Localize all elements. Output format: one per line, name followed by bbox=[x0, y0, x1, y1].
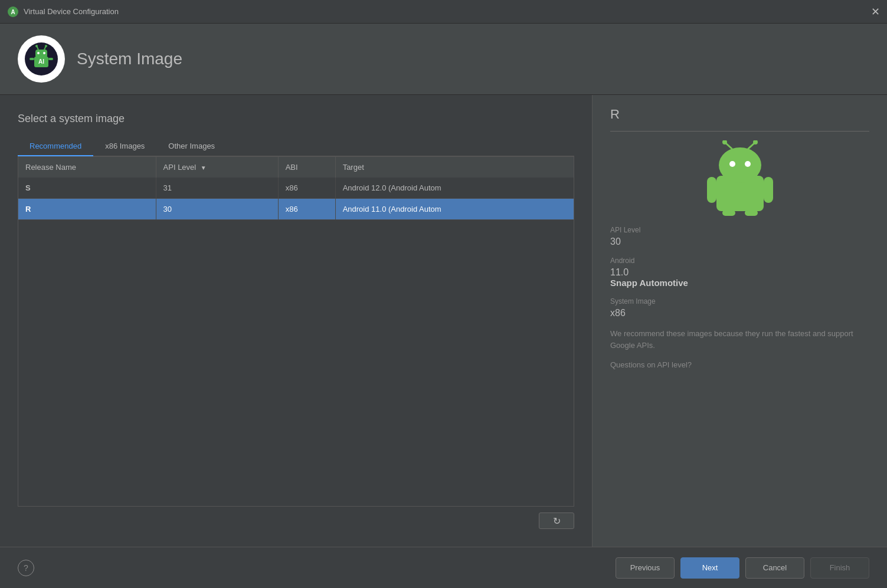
sort-arrow-icon: ▼ bbox=[201, 165, 207, 171]
question-text: Questions on API level? bbox=[610, 360, 869, 369]
title-bar: A Virtual Device Configuration ✕ bbox=[0, 0, 887, 24]
app-icon: A bbox=[7, 6, 19, 18]
header-icon: AI bbox=[18, 35, 65, 83]
col-release-name[interactable]: Release Name bbox=[18, 157, 156, 178]
svg-point-10 bbox=[45, 45, 47, 47]
svg-text:AI: AI bbox=[38, 58, 44, 65]
vendor-value: Snapp Automotive bbox=[610, 278, 869, 288]
title-bar-left: A Virtual Device Configuration bbox=[7, 6, 119, 18]
svg-rect-11 bbox=[30, 58, 34, 60]
tab-x86-images[interactable]: x86 Images bbox=[93, 137, 156, 156]
header-svg-icon: AI bbox=[24, 41, 59, 77]
cell-api-30: 30 bbox=[156, 199, 278, 220]
finish-button[interactable]: Finish bbox=[810, 557, 869, 579]
close-button[interactable]: ✕ bbox=[871, 6, 880, 17]
tab-other-images[interactable]: Other Images bbox=[156, 137, 227, 156]
cell-abi-r: x86 bbox=[278, 199, 335, 220]
cell-release-r: R bbox=[18, 199, 156, 220]
svg-point-17 bbox=[745, 161, 751, 167]
detail-title: R bbox=[610, 107, 869, 132]
cell-api-31: 31 bbox=[156, 178, 278, 199]
android-section: Android 11.0 Snapp Automotive bbox=[610, 257, 869, 288]
svg-text:A: A bbox=[11, 9, 15, 15]
table-footer: ↻ bbox=[18, 507, 574, 535]
svg-rect-23 bbox=[764, 177, 773, 203]
left-panel: Select a system image Recommended x86 Im… bbox=[0, 95, 592, 547]
system-image-value: x86 bbox=[610, 308, 869, 318]
main-content: AI System Image Select a system image Re… bbox=[0, 24, 887, 588]
system-image-label: System Image bbox=[610, 297, 869, 306]
api-level-section: API Level 30 bbox=[610, 226, 869, 247]
right-panel: R bbox=[592, 95, 887, 547]
svg-rect-24 bbox=[722, 210, 735, 216]
tab-recommended[interactable]: Recommended bbox=[18, 137, 93, 156]
android-value: 11.0 bbox=[610, 267, 869, 278]
svg-rect-12 bbox=[48, 58, 53, 60]
svg-point-5 bbox=[37, 52, 40, 54]
tabs: Recommended x86 Images Other Images bbox=[18, 137, 574, 156]
col-api-level[interactable]: API Level ▼ bbox=[156, 157, 278, 178]
next-button[interactable]: Next bbox=[680, 557, 739, 579]
api-level-label: API Level bbox=[610, 226, 869, 234]
previous-button[interactable]: Previous bbox=[616, 557, 675, 579]
system-image-section: System Image x86 bbox=[610, 297, 869, 318]
android-robot-svg bbox=[705, 140, 775, 217]
refresh-button[interactable]: ↻ bbox=[539, 513, 574, 529]
cell-target-s: Android 12.0 (Android Autom bbox=[335, 178, 574, 199]
cell-target-r: Android 11.0 (Android Autom bbox=[335, 199, 574, 220]
svg-point-16 bbox=[729, 161, 735, 167]
col-target[interactable]: Target bbox=[335, 157, 574, 178]
cancel-button[interactable]: Cancel bbox=[745, 557, 804, 579]
system-images-table[interactable]: Release Name API Level ▼ ABI Target S bbox=[18, 156, 574, 507]
cell-release-s: S bbox=[18, 178, 156, 199]
recommendation-text: We recommend these images because they r… bbox=[610, 328, 869, 351]
table-row[interactable]: S 31 x86 Android 12.0 (Android Autom bbox=[18, 178, 574, 199]
header-section: AI System Image bbox=[0, 24, 887, 95]
svg-rect-22 bbox=[707, 177, 716, 203]
table-header-row: Release Name API Level ▼ ABI Target bbox=[18, 157, 574, 178]
svg-point-15 bbox=[719, 147, 761, 183]
svg-rect-25 bbox=[745, 210, 758, 216]
col-abi[interactable]: ABI bbox=[278, 157, 335, 178]
cell-abi-s: x86 bbox=[278, 178, 335, 199]
window-title: Virtual Device Configuration bbox=[24, 7, 119, 16]
svg-point-9 bbox=[35, 45, 38, 47]
footer: ? Previous Next Cancel Finish bbox=[0, 547, 887, 588]
table-row-selected[interactable]: R 30 x86 Android 11.0 (Android Autom bbox=[18, 199, 574, 220]
body-section: Select a system image Recommended x86 Im… bbox=[0, 95, 887, 547]
android-logo bbox=[705, 143, 775, 214]
select-label: Select a system image bbox=[18, 113, 574, 125]
svg-point-6 bbox=[43, 52, 45, 54]
android-label: Android bbox=[610, 257, 869, 265]
help-button[interactable]: ? bbox=[18, 560, 34, 576]
api-level-value: 30 bbox=[610, 236, 869, 247]
page-title: System Image bbox=[77, 50, 182, 68]
svg-rect-4 bbox=[35, 50, 47, 58]
